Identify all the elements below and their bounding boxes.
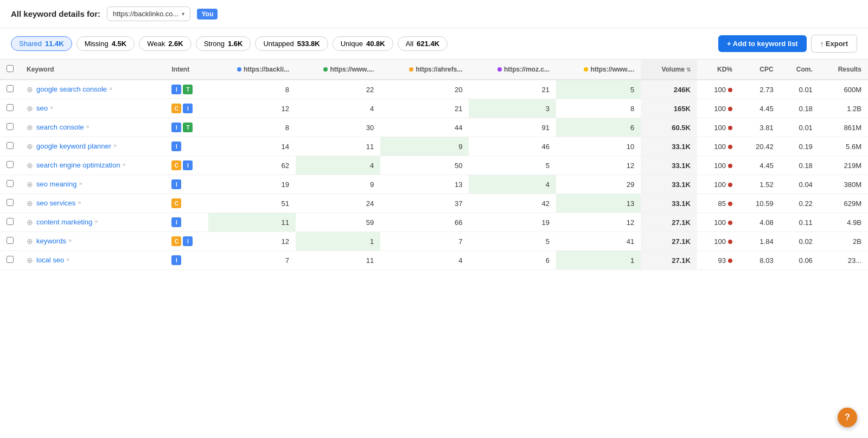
url-dropdown[interactable]: https://backlinko.co... ▾: [107, 7, 190, 21]
site4-cell-6: 42: [469, 194, 556, 213]
filter-count-all: 621.4K: [417, 40, 439, 48]
intent-cell-5: I: [165, 175, 208, 194]
kd-dot-icon: [728, 164, 732, 168]
kd-cell-6: 85: [697, 194, 739, 213]
com-cell-5: 0.04: [780, 175, 819, 194]
col-results: Results: [819, 60, 868, 80]
table-row: ⊕ seo services » C 51 24 37 42 13 33.1K …: [0, 194, 868, 213]
row-checkbox-3[interactable]: [7, 142, 14, 149]
col-site1: https://backli...: [208, 60, 296, 80]
filter-btn-unique[interactable]: Unique 40.8K: [333, 36, 393, 51]
row-checkbox-0[interactable]: [7, 85, 14, 92]
filter-label-all: All: [406, 40, 413, 48]
kd-cell-5: 100: [697, 175, 739, 194]
site1-cell-3: 14: [208, 137, 296, 156]
arrow-icon: »: [86, 123, 89, 130]
badge-i: I: [171, 179, 181, 189]
kd-dot-icon: [728, 221, 732, 225]
badge-i: I: [171, 141, 181, 151]
col-site3: https://ahrefs...: [380, 60, 469, 80]
keyword-link-6[interactable]: ⊕ seo services »: [27, 199, 158, 208]
row-checkbox-1[interactable]: [7, 104, 14, 111]
volume-cell-1: 165K: [641, 99, 697, 118]
cpc-cell-3: 20.42: [739, 137, 780, 156]
site4-cell-2: 91: [469, 118, 556, 137]
col-site2: https://www....: [296, 60, 380, 80]
results-cell-1: 1.2B: [819, 99, 868, 118]
row-checkbox-9[interactable]: [7, 256, 14, 263]
table-row: ⊕ search engine optimization » CI 62 4 5…: [0, 156, 868, 175]
badge-i: I: [171, 85, 181, 94]
com-cell-2: 0.01: [780, 118, 819, 137]
filter-btn-strong[interactable]: Strong 1.6K: [196, 36, 251, 51]
filter-btn-all[interactable]: All 621.4K: [398, 36, 448, 51]
table-row: ⊕ seo meaning » I 19 9 13 4 29 33.1K 100…: [0, 175, 868, 194]
keyword-cell-6: ⊕ seo services »: [20, 194, 165, 213]
add-to-keyword-list-button[interactable]: + Add to keyword list: [718, 35, 807, 52]
site3-cell-6: 37: [380, 194, 469, 213]
com-cell-3: 0.19: [780, 137, 819, 156]
volume-cell-3: 33.1K: [641, 137, 697, 156]
site3-cell-5: 13: [380, 175, 469, 194]
table-wrap: Keyword Intent https://backli... https:/…: [0, 60, 868, 270]
filter-btn-shared[interactable]: Shared 11.4K: [11, 36, 72, 51]
kd-dot-icon: [728, 183, 732, 187]
kd-cell-4: 100: [697, 156, 739, 175]
add-icon: ⊕: [27, 85, 33, 94]
keyword-link-0[interactable]: ⊕ google search console »: [27, 85, 158, 94]
col-site4: https://moz.c...: [469, 60, 556, 80]
keyword-cell-8: ⊕ keywords »: [20, 232, 165, 251]
header-label: All keyword details for:: [11, 9, 100, 18]
site4-cell-4: 5: [469, 156, 556, 175]
row-checkbox-7[interactable]: [7, 218, 14, 225]
add-icon: ⊕: [27, 142, 33, 151]
keyword-link-2[interactable]: ⊕ search console »: [27, 123, 158, 132]
filter-label-missing: Missing: [85, 40, 108, 48]
site2-cell-6: 24: [296, 194, 380, 213]
volume-cell-7: 27.1K: [641, 213, 697, 232]
row-checkbox-5[interactable]: [7, 180, 14, 187]
site2-cell-3: 11: [296, 137, 380, 156]
col-volume[interactable]: Volume⇅: [641, 60, 697, 80]
keyword-link-4[interactable]: ⊕ search engine optimization »: [27, 161, 158, 170]
intent-cell-9: I: [165, 251, 208, 270]
site1-cell-6: 51: [208, 194, 296, 213]
filter-btn-missing[interactable]: Missing 4.5K: [76, 36, 135, 51]
row-checkbox-8[interactable]: [7, 237, 14, 244]
cpc-cell-8: 1.84: [739, 232, 780, 251]
site1-cell-9: 7: [208, 251, 296, 270]
site2-cell-0: 22: [296, 80, 380, 99]
filter-btn-weak[interactable]: Weak 2.6K: [139, 36, 191, 51]
kd-dot-icon: [728, 240, 732, 244]
site5-cell-9: 1: [556, 251, 641, 270]
keyword-table: Keyword Intent https://backli... https:/…: [0, 60, 868, 270]
volume-cell-6: 33.1K: [641, 194, 697, 213]
row-checkbox-2[interactable]: [7, 123, 14, 130]
badge-i: I: [183, 104, 193, 113]
row-checkbox-6[interactable]: [7, 199, 14, 206]
badge-t: T: [183, 85, 193, 94]
keyword-link-3[interactable]: ⊕ google keyword planner »: [27, 142, 158, 151]
filter-btn-untapped[interactable]: Untapped 533.8K: [255, 36, 328, 51]
keyword-link-9[interactable]: ⊕ local seo »: [27, 256, 158, 265]
badge-c: C: [171, 160, 181, 170]
site1-cell-8: 12: [208, 232, 296, 251]
select-all-checkbox[interactable]: [7, 65, 14, 72]
keyword-link-8[interactable]: ⊕ keywords »: [27, 237, 158, 246]
keyword-link-5[interactable]: ⊕ seo meaning »: [27, 180, 158, 189]
add-icon: ⊕: [27, 237, 33, 246]
filter-count-unique: 40.8K: [366, 40, 385, 48]
arrow-icon: »: [78, 199, 81, 205]
export-button[interactable]: ↑ Export: [811, 35, 857, 53]
site3-cell-1: 21: [380, 99, 469, 118]
keyword-link-1[interactable]: ⊕ seo »: [27, 104, 158, 113]
col-com: Com.: [780, 60, 819, 80]
table-row: ⊕ google search console » IT 8 22 20 21 …: [0, 80, 868, 99]
keyword-link-7[interactable]: ⊕ content marketing »: [27, 218, 158, 227]
filter-count-shared: 11.4K: [45, 40, 64, 48]
col-kd: KD%: [697, 60, 739, 80]
row-checkbox-4[interactable]: [7, 161, 14, 168]
badge-i: I: [183, 236, 193, 246]
site2-cell-5: 9: [296, 175, 380, 194]
com-cell-9: 0.06: [780, 251, 819, 270]
